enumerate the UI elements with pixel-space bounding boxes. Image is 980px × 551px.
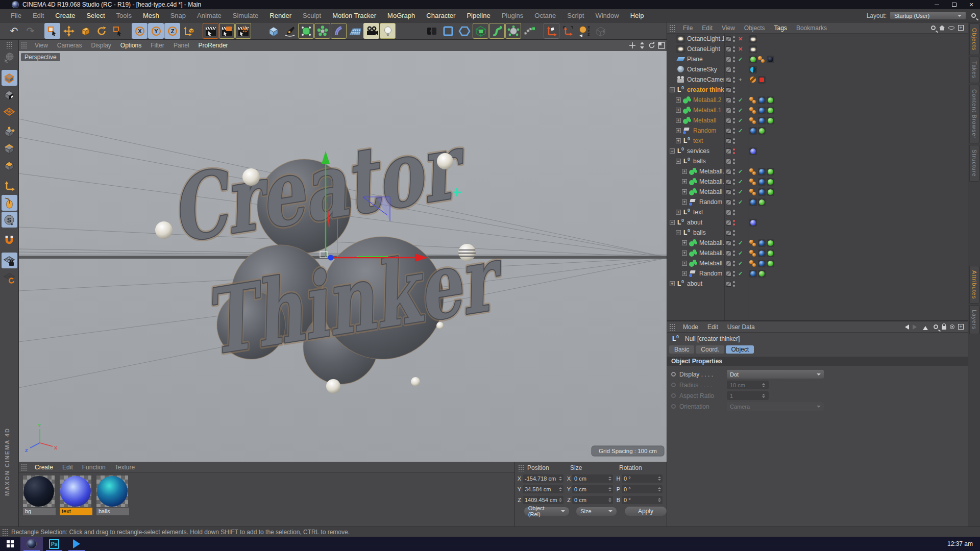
visibility-dots[interactable] [733, 199, 736, 206]
attr-add-icon[interactable]: + [958, 324, 964, 330]
polygons-mode-button[interactable] [2, 158, 17, 173]
object-name[interactable]: Metaball.1 [699, 178, 724, 185]
visibility-dots[interactable] [733, 66, 736, 73]
menu-item[interactable]: File [5, 12, 27, 19]
rotation-field[interactable]: 0 ° [622, 474, 663, 483]
menu-item[interactable]: Create [50, 12, 81, 19]
view-label[interactable]: Perspective [21, 53, 60, 61]
bend-deformer-button[interactable] [331, 23, 347, 39]
enable-toggle[interactable]: ✕ [737, 46, 744, 53]
last-tool-used[interactable] [110, 23, 126, 39]
expand-toggle-icon[interactable]: + [682, 189, 687, 194]
size-mode-select[interactable]: Size [576, 507, 617, 516]
visibility-dots[interactable] [733, 260, 736, 267]
zoom-view-icon[interactable] [638, 41, 646, 50]
attribute-menu-item[interactable]: Mode [678, 323, 703, 331]
object-tag-icon[interactable] [758, 188, 766, 196]
object-tag-icon[interactable] [758, 107, 766, 114]
texture-mode-button[interactable] [2, 87, 17, 103]
menu-item[interactable]: Sculpt [297, 12, 327, 19]
layer-chip[interactable] [726, 199, 731, 205]
spinner-icon[interactable] [608, 486, 612, 492]
viewport-solo-button[interactable] [2, 195, 17, 211]
taskbar-clock[interactable]: 12:37 am [947, 540, 980, 547]
object-tag-icon[interactable] [749, 107, 757, 114]
enable-toggle[interactable]: ✓ [737, 179, 744, 185]
material-menu-item[interactable]: Create [30, 464, 58, 471]
rectangle-spline-button[interactable] [440, 23, 456, 39]
spinner-icon[interactable] [658, 497, 662, 503]
menu-item[interactable]: Window [590, 12, 624, 19]
rotate-view-icon[interactable] [647, 41, 656, 50]
taskbar-photoshop-icon[interactable]: Ps [43, 537, 65, 551]
object-row[interactable]: + Metaball.2 ✓ [667, 238, 968, 248]
layer-chip[interactable] [726, 179, 731, 185]
edit-render-settings-button[interactable] [235, 23, 251, 39]
object-manager-menu-item[interactable]: View [717, 24, 740, 32]
visibility-dots[interactable] [733, 148, 736, 155]
layer-chip[interactable] [726, 159, 731, 164]
search-icon[interactable] [971, 13, 976, 18]
object-row[interactable]: + Metaball.1 ✓ [667, 248, 968, 258]
points-mode-button[interactable] [2, 124, 17, 140]
expand-toggle-icon[interactable]: + [682, 179, 687, 184]
material-menu-item[interactable]: Function [78, 464, 110, 471]
spinner-icon[interactable] [658, 486, 662, 492]
position-field[interactable]: -154.718 cm [523, 474, 564, 483]
metaball-generator-button[interactable] [505, 23, 521, 39]
layer-chip[interactable] [726, 261, 731, 266]
minimize-button[interactable] [928, 0, 945, 9]
object-name[interactable]: Metaball [699, 188, 722, 195]
object-tag-icon[interactable] [767, 96, 774, 104]
attribute-menu-item[interactable]: Edit [703, 323, 723, 331]
object-tag-icon[interactable] [749, 249, 757, 257]
attribute-tab[interactable]: Object [726, 345, 754, 354]
material-preview[interactable] [23, 475, 55, 507]
visibility-dots[interactable] [733, 117, 736, 124]
object-name[interactable]: Metaball.1 [693, 107, 721, 114]
object-tag-icon[interactable] [749, 127, 757, 135]
keyframe-circle-icon[interactable] [671, 404, 676, 409]
move-tool[interactable] [61, 23, 77, 39]
object-name[interactable]: Metaball [693, 117, 716, 124]
enable-toggle[interactable]: ✓ [737, 117, 744, 124]
layer-chip[interactable] [726, 189, 731, 195]
enable-toggle[interactable]: ✓ [737, 199, 744, 206]
keyframe-circle-icon[interactable] [671, 393, 676, 398]
attr-search-icon[interactable] [934, 324, 938, 329]
enable-toggle[interactable]: ✓ [737, 97, 744, 104]
lock-z-axis-button[interactable]: Z [164, 23, 180, 39]
viewport-menu-item[interactable]: Filter [146, 42, 169, 49]
layer-chip[interactable] [726, 210, 731, 215]
material-name[interactable]: balls [96, 508, 129, 515]
workplane-interactive-button[interactable] [2, 269, 17, 285]
material-item[interactable]: balls [96, 475, 129, 515]
object-name[interactable]: services [687, 147, 709, 155]
make-editable-button[interactable] [2, 49, 17, 65]
layer-chip[interactable] [726, 148, 731, 154]
rotation-field[interactable]: 0 ° [622, 485, 663, 493]
layer-chip[interactable] [726, 97, 731, 103]
expand-toggle-icon[interactable]: + [682, 240, 687, 245]
object-row[interactable]: − about [667, 217, 968, 228]
object-row[interactable]: + Random ✓ [667, 197, 968, 207]
layer-chip[interactable] [726, 251, 731, 256]
expand-toggle-icon[interactable]: − [670, 87, 675, 92]
object-tag-icon[interactable] [767, 260, 774, 267]
spinner-icon[interactable] [559, 497, 562, 503]
object-row[interactable]: + Random ✓ [667, 126, 968, 136]
visibility-dots[interactable] [733, 107, 736, 114]
menu-item[interactable]: Character [421, 12, 461, 19]
visibility-dots[interactable] [733, 179, 736, 185]
snapping-magnet-button[interactable] [2, 232, 17, 248]
object-row[interactable]: − creator thinker [667, 85, 968, 95]
object-tag-icon[interactable] [749, 219, 757, 227]
visibility-dots[interactable] [733, 240, 736, 246]
visibility-dots[interactable] [733, 230, 736, 236]
object-row[interactable]: OctaneLight ✕ [667, 44, 968, 54]
object-tag-icon[interactable] [767, 249, 774, 257]
center-axis-xyz-button[interactable]: XYZ [576, 23, 592, 39]
menu-item[interactable]: Tools [111, 12, 137, 19]
close-button[interactable]: ✕ [963, 0, 980, 9]
rotate-tool[interactable] [93, 23, 109, 39]
